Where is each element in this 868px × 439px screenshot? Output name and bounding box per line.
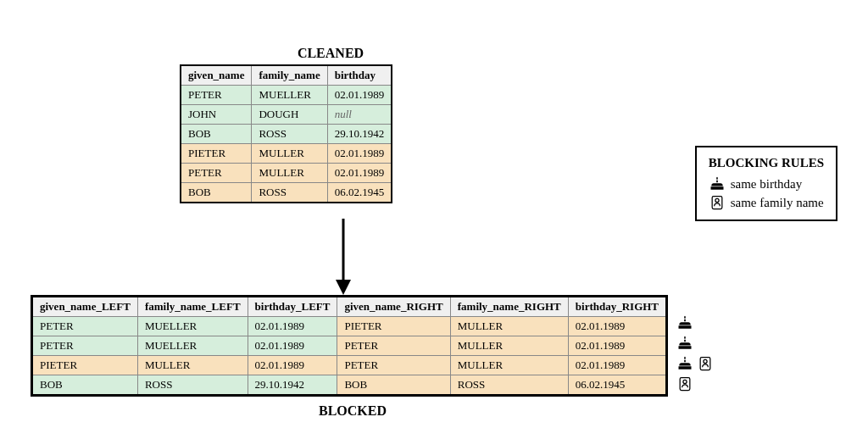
table-cell: 02.01.1989 xyxy=(248,317,337,336)
svg-point-3 xyxy=(704,359,707,363)
table-cell: MULLER xyxy=(252,144,327,164)
table-cell: 02.01.1989 xyxy=(568,317,666,336)
table-cell: 29.10.1942 xyxy=(327,125,392,144)
table-row: PETERMUELLER02.01.1989 xyxy=(181,86,392,105)
table-cell: PETER xyxy=(337,336,450,356)
table-cell: PIETER xyxy=(337,317,450,336)
table-cell: BOB xyxy=(181,125,252,144)
table-cell: MULLER xyxy=(137,356,248,375)
column-header: family_name_LEFT xyxy=(137,297,248,317)
column-header: given_name_RIGHT xyxy=(337,297,450,317)
table-cell: 02.01.1989 xyxy=(327,86,392,105)
cleaned-title: CLEANED xyxy=(180,46,481,61)
row-match-icons xyxy=(676,314,714,393)
table-row: PETERMULLER02.01.1989 xyxy=(181,164,392,183)
birthday-cake-icon xyxy=(709,175,726,192)
table-cell: 29.10.1942 xyxy=(248,375,337,396)
family-name-icon xyxy=(697,355,714,372)
table-cell: BOB xyxy=(337,375,450,396)
row-icon-group xyxy=(676,334,714,353)
table-cell: MULLER xyxy=(450,317,568,336)
table-row: BOBROSS06.02.1945 xyxy=(181,183,392,203)
family-name-icon xyxy=(676,375,693,392)
blocked-title: BLOCKED xyxy=(31,403,675,419)
column-header: birthday_RIGHT xyxy=(568,297,666,317)
table-cell: MULLER xyxy=(450,336,568,356)
table-cell: 06.02.1945 xyxy=(568,375,666,396)
table-cell: null xyxy=(327,105,392,125)
table-row: PIETERMULLER02.01.1989PETERMULLER02.01.1… xyxy=(32,356,667,375)
birthday-cake-icon xyxy=(676,314,693,331)
table-cell: 02.01.1989 xyxy=(568,356,666,375)
table-row: PIETERMULLER02.01.1989 xyxy=(181,144,392,164)
row-icon-group xyxy=(676,375,714,393)
row-icon-group xyxy=(676,354,714,373)
table-cell: PIETER xyxy=(181,144,252,164)
arrow-down-icon xyxy=(331,219,356,298)
column-header: birthday xyxy=(327,65,392,86)
table-row: PETERMUELLER02.01.1989PETERMULLER02.01.1… xyxy=(32,336,667,356)
table-cell: ROSS xyxy=(252,183,327,203)
column-header: family_name xyxy=(252,65,327,86)
rule-item: same family name xyxy=(709,194,824,211)
column-header: given_name_LEFT xyxy=(32,297,138,317)
blocking-rules-box: BLOCKING RULES same birthdaysame family … xyxy=(695,146,837,221)
table-cell: 02.01.1989 xyxy=(248,356,337,375)
table-row: JOHNDOUGHnull xyxy=(181,105,392,125)
svg-point-7 xyxy=(715,198,719,202)
table-cell: BOB xyxy=(181,183,252,203)
table-cell: MUELLER xyxy=(137,317,248,336)
cleaned-table: given_namefamily_namebirthday PETERMUELL… xyxy=(180,64,392,203)
table-cell: PETER xyxy=(337,356,450,375)
rule-label: same birthday xyxy=(731,177,803,192)
svg-marker-1 xyxy=(336,280,351,295)
blocked-table: given_name_LEFTfamily_name_LEFTbirthday_… xyxy=(31,295,668,397)
table-row: PETERMUELLER02.01.1989PIETERMULLER02.01.… xyxy=(32,317,667,336)
table-cell: DOUGH xyxy=(252,105,327,125)
column-header: birthday_LEFT xyxy=(248,297,337,317)
table-cell: MULLER xyxy=(252,164,327,183)
table-cell: PETER xyxy=(32,317,138,336)
table-cell: PETER xyxy=(181,86,252,105)
svg-point-5 xyxy=(683,380,687,383)
table-cell: MUELLER xyxy=(252,86,327,105)
table-row: BOBROSS29.10.1942BOBROSS06.02.1945 xyxy=(32,375,667,396)
table-cell: MUELLER xyxy=(137,336,248,356)
table-cell: PETER xyxy=(181,164,252,183)
birthday-cake-icon xyxy=(676,355,693,372)
table-cell: BOB xyxy=(32,375,138,396)
table-cell: 02.01.1989 xyxy=(327,144,392,164)
table-cell: 02.01.1989 xyxy=(327,164,392,183)
column-header: given_name xyxy=(181,65,252,86)
table-row: BOBROSS29.10.1942 xyxy=(181,125,392,144)
table-cell: 02.01.1989 xyxy=(248,336,337,356)
table-cell: ROSS xyxy=(137,375,248,396)
table-cell: MULLER xyxy=(450,356,568,375)
table-cell: ROSS xyxy=(450,375,568,396)
table-cell: 06.02.1945 xyxy=(327,183,392,203)
row-icon-group xyxy=(676,314,714,332)
table-cell: PIETER xyxy=(32,356,138,375)
table-cell: PETER xyxy=(32,336,138,356)
column-header: family_name_RIGHT xyxy=(450,297,568,317)
table-cell: 02.01.1989 xyxy=(568,336,666,356)
table-cell: JOHN xyxy=(181,105,252,125)
rule-item: same birthday xyxy=(709,175,824,192)
table-cell: ROSS xyxy=(252,125,327,144)
birthday-cake-icon xyxy=(676,335,693,352)
rules-title: BLOCKING RULES xyxy=(709,156,824,170)
family-name-icon xyxy=(709,194,726,211)
rule-label: same family name xyxy=(731,196,824,210)
